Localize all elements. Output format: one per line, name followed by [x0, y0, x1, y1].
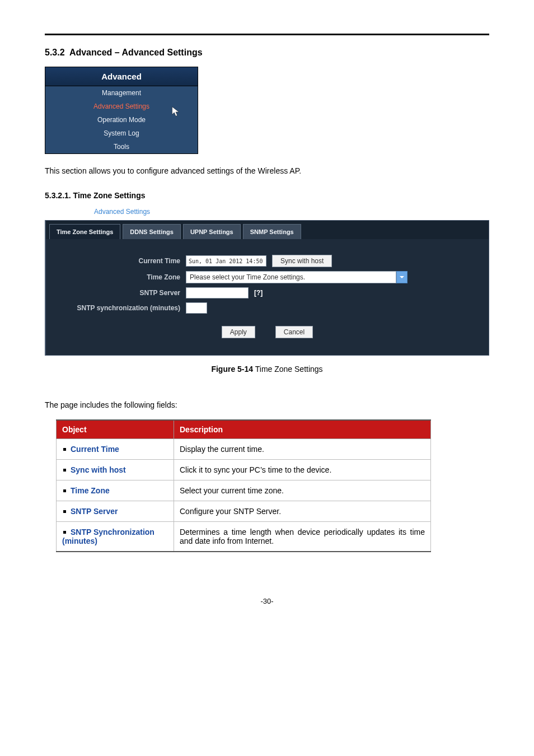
- sidebar: Advanced Management Advanced Settings Op…: [45, 67, 198, 154]
- tabs: Time Zone Settings DDNS Settings UPNP Se…: [46, 221, 489, 239]
- form: Current Time Sync with host Time Zone Pl…: [46, 239, 489, 355]
- desc-sntp-server: Configure your SNTP Server.: [174, 501, 431, 522]
- subsection-title: Time Zone Settings: [73, 191, 146, 200]
- table-row: SNTP Synchronization (minutes) Determine…: [57, 522, 431, 552]
- page-number: -30-: [45, 597, 489, 605]
- section-number: 5.3.2: [45, 48, 65, 57]
- tab-ddns-settings[interactable]: DDNS Settings: [123, 224, 181, 239]
- subsection-heading: 5.3.2.1. Time Zone Settings: [45, 191, 489, 200]
- figure-number: Figure 5-14: [211, 365, 253, 374]
- bullet-icon: [63, 489, 66, 492]
- sntp-server-field[interactable]: [186, 287, 249, 298]
- desc-current-time: Display the current time.: [174, 439, 431, 460]
- obj-sntp-server: SNTP Server: [71, 507, 118, 516]
- fields-lead: The page includes the following fields:: [45, 400, 489, 409]
- apply-button[interactable]: Apply: [222, 326, 255, 338]
- sidebar-item-tools[interactable]: Tools: [45, 140, 198, 153]
- cursor-icon: [170, 105, 182, 119]
- figure-title: Time Zone Settings: [255, 365, 323, 374]
- sidebar-item-management[interactable]: Management: [45, 86, 198, 100]
- section-heading: 5.3.2 Advanced – Advanced Settings: [45, 48, 489, 58]
- current-time-field[interactable]: [186, 255, 266, 267]
- table-row: Time Zone Select your current time zone.: [57, 480, 431, 501]
- tab-upnp-settings[interactable]: UPNP Settings: [183, 224, 241, 239]
- th-object: Object: [57, 420, 174, 439]
- bullet-icon: [63, 448, 66, 451]
- breadcrumb-row: Advanced Settings: [45, 208, 489, 220]
- bullet-icon: [63, 469, 66, 472]
- tab-snmp-settings[interactable]: SNMP Settings: [243, 224, 301, 239]
- th-description: Description: [174, 420, 431, 439]
- obj-time-zone: Time Zone: [71, 486, 110, 495]
- breadcrumb[interactable]: Advanced Settings: [45, 208, 489, 220]
- obj-sntp-sync: SNTP Synchronization (minutes): [62, 528, 154, 545]
- settings-panel: Time Zone Settings DDNS Settings UPNP Se…: [45, 220, 489, 356]
- cancel-button[interactable]: Cancel: [275, 326, 313, 338]
- desc-sntp-sync: Determines a time length when device per…: [174, 522, 431, 552]
- chevron-down-icon[interactable]: [396, 271, 407, 283]
- obj-current-time: Current Time: [71, 445, 119, 454]
- subsection-number: 5.3.2.1.: [45, 191, 71, 200]
- label-sntp-sync-min: SNTP synchronization (minutes): [57, 304, 186, 312]
- label-current-time: Current Time: [57, 257, 186, 265]
- figure-caption: Figure 5-14 Time Zone Settings: [45, 365, 489, 374]
- time-zone-select[interactable]: Please select your Time Zone settings.: [186, 271, 407, 283]
- table-row: Current Time Display the current time.: [57, 439, 431, 460]
- top-rule: [45, 34, 489, 35]
- bullet-icon: [63, 510, 66, 513]
- label-sntp-server: SNTP Server: [57, 289, 186, 297]
- bullet-icon: [63, 531, 66, 534]
- description-table: Object Description Current Time Display …: [56, 419, 431, 552]
- table-row: Sync with host Click it to sync your PC’…: [57, 460, 431, 480]
- table-row: SNTP Server Configure your SNTP Server.: [57, 501, 431, 522]
- sidebar-header: Advanced: [45, 67, 198, 86]
- time-zone-value: Please select your Time Zone settings.: [186, 271, 396, 283]
- sidebar-item-system-log[interactable]: System Log: [45, 127, 198, 140]
- section-title: Advanced – Advanced Settings: [69, 48, 203, 57]
- label-time-zone: Time Zone: [57, 273, 186, 281]
- sntp-help-hint[interactable]: [?]: [254, 289, 263, 297]
- sntp-sync-min-field[interactable]: [186, 302, 207, 314]
- obj-sync-with-host: Sync with host: [71, 465, 126, 474]
- sync-with-host-button[interactable]: Sync with host: [272, 255, 332, 267]
- intro-text: This section allows you to configure adv…: [45, 166, 489, 175]
- desc-time-zone: Select your current time zone.: [174, 480, 431, 501]
- tab-time-zone-settings[interactable]: Time Zone Settings: [49, 224, 120, 239]
- desc-sync-with-host: Click it to sync your PC’s time to the d…: [174, 460, 431, 480]
